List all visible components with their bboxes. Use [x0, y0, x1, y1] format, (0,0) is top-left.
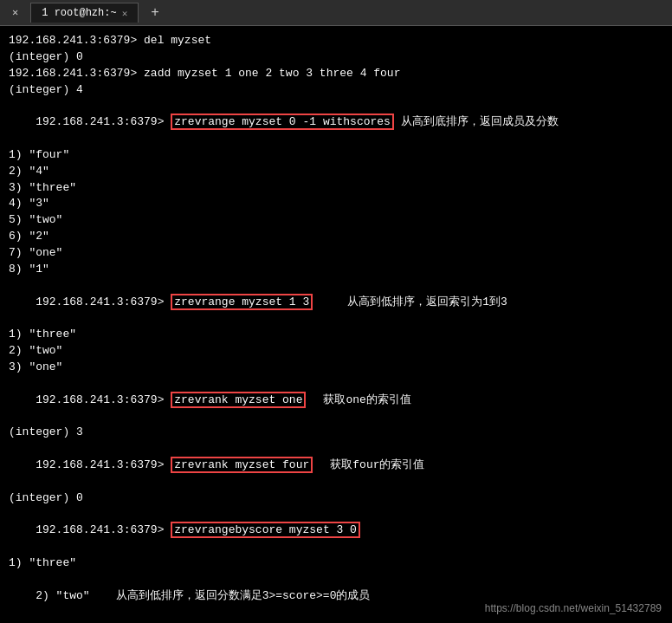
- terminal-line: 192.168.241.3:6379> zrevrank myzset one获…: [9, 376, 663, 425]
- terminal-line: (integer) 3: [9, 425, 663, 441]
- command-highlight: zrevrange myzset 1 3: [171, 294, 313, 310]
- terminal-line: 2) "4": [9, 164, 663, 180]
- comment: 获取one的索引值: [323, 393, 410, 406]
- terminal-line: 7) "one": [9, 245, 663, 262]
- prompt: 192.168.241.3:6379> zadd myzset 1 one 2 …: [9, 67, 400, 80]
- prompt: 192.168.241.3:6379>: [36, 295, 171, 308]
- output: (integer) 0: [9, 50, 83, 63]
- comment: 从高到低排序，返回分数满足3>=score>=0的成员: [116, 589, 371, 602]
- command-highlight: zrevrangebyscore myzset 3 0: [171, 522, 360, 538]
- terminal-line: 3) "one": [9, 360, 663, 376]
- terminal-line: 8) "1": [9, 262, 663, 278]
- output: 2) "two": [36, 589, 89, 602]
- terminal-line: (integer) 0: [9, 49, 663, 66]
- terminal-line: 1) "three": [9, 327, 663, 343]
- prompt: 192.168.241.3:6379>: [36, 393, 171, 406]
- terminal-line: 6) "2": [9, 229, 663, 245]
- command-highlight: zrevrange myzset 0 -1 withscores: [171, 114, 394, 130]
- prompt: 192.168.241.3:6379>: [36, 115, 171, 128]
- tab-close-icon[interactable]: ✕: [122, 8, 128, 19]
- prompt: 192.168.241.3:6379>: [36, 523, 171, 536]
- terminal-line: (integer) 0: [9, 490, 663, 507]
- terminal-line: 192.168.241.3:6379> zrevrange myzset 0 -…: [9, 98, 663, 147]
- prompt: 192.168.241.3:6379> del myzset: [9, 34, 211, 47]
- prompt: 192.168.241.3:6379>: [36, 458, 171, 471]
- active-tab[interactable]: 1 root@hzh:~ ✕: [30, 3, 139, 23]
- terminal-line: 192.168.241.3:6379> zadd myzset 1 one 2 …: [9, 66, 663, 82]
- command-highlight: zrevrank myzset one: [171, 392, 306, 408]
- new-tab-button[interactable]: +: [145, 5, 165, 21]
- terminal-line: 192.168.241.3:6379> zrevrank myzset four…: [9, 441, 663, 490]
- terminal-line: 5) "two": [9, 212, 663, 229]
- titlebar: ✕ 1 root@hzh:~ ✕ +: [0, 0, 672, 26]
- window-close-button[interactable]: ✕: [7, 4, 23, 21]
- terminal-line: 192.168.241.3:6379> zrevrangebyscore myz…: [9, 506, 663, 555]
- terminal-line: 3) "three": [9, 180, 663, 197]
- command-highlight: zrevrank myzset four: [171, 457, 313, 473]
- terminal-line: 192.168.241.3:6379> del myzset: [9, 33, 663, 49]
- comment: 从高到底排序，返回成员及分数: [401, 115, 559, 128]
- terminal-line: 192.168.241.3:6379> zrevrange myzset 1 3…: [9, 278, 663, 328]
- comment: 从高到低排序，返回索引为1到3: [347, 295, 507, 308]
- output: (integer) 4: [9, 83, 83, 96]
- terminal-line: (integer) 4: [9, 82, 663, 99]
- comment: 获取four的索引值: [330, 458, 424, 471]
- tab-label: 1 root@hzh:~: [42, 7, 116, 19]
- terminal-line: 2) "two": [9, 343, 663, 360]
- terminal-area: 192.168.241.3:6379> del myzset (integer)…: [0, 26, 672, 623]
- terminal-line: 4) "3": [9, 196, 663, 212]
- terminal-line: 1) "four": [9, 147, 663, 164]
- watermark: https://blog.csdn.net/weixin_51432789: [485, 601, 662, 616]
- terminal-line: 1) "three": [9, 555, 663, 572]
